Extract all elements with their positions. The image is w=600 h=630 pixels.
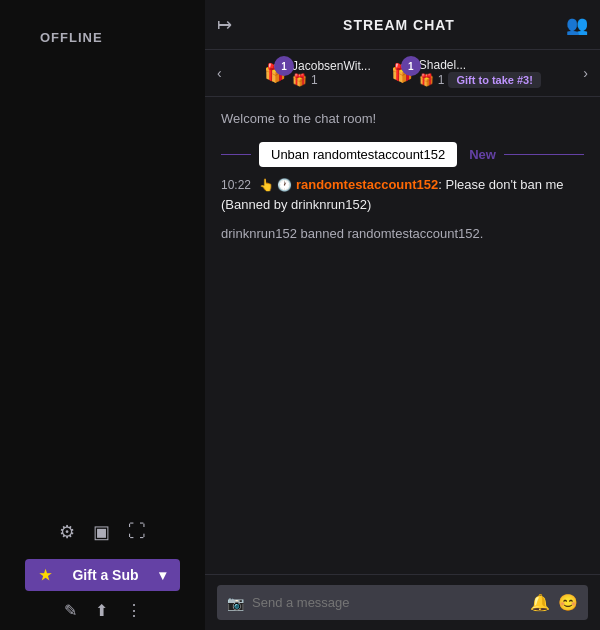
unban-row: Unban randomtestaccount152 New	[221, 142, 584, 167]
expand-icon[interactable]: ⛶	[128, 521, 146, 543]
chat-username: randomtestaccount152	[296, 177, 438, 192]
upload-icon[interactable]: ⬆	[95, 601, 108, 620]
gift-icon-small-1: 🎁	[292, 73, 307, 87]
gift-count-1: 1	[311, 73, 318, 87]
chat-message: 10:22 👆 🕐 randomtestaccount152: Please d…	[221, 175, 584, 214]
gift-count-2: 1	[438, 73, 445, 87]
gift-icon-small-2: 🎁	[419, 73, 434, 87]
gift-item-1: 🎁 1 JacobsenWit... 🎁 1	[264, 58, 371, 88]
unban-divider-left	[221, 154, 251, 155]
gift-banner: ‹ 🎁 1 JacobsenWit... 🎁 1 �	[205, 50, 600, 97]
gift-user1-name: JacobsenWit...	[292, 59, 371, 73]
offline-label: OFFLINE	[40, 30, 103, 45]
gift-to-take-label[interactable]: Gift to take #3!	[448, 72, 540, 88]
gift-sub-chevron-icon: ▾	[159, 567, 166, 583]
chat-input-area: 📷 🔔 😊	[205, 574, 600, 630]
cursor-icon: 👆	[259, 178, 274, 192]
gift-sub-star-icon: ★	[39, 567, 52, 583]
gift-item-2: 🎁 1 Shadel... 🎁 1 Gift to take #3!	[391, 58, 541, 88]
unban-button[interactable]: Unban randomtestaccount152	[259, 142, 457, 167]
camera-icon: 📷	[227, 595, 244, 611]
gift-badge-1: 1	[274, 56, 294, 76]
gift-sub-label: Gift a Sub	[72, 567, 138, 583]
gift-user2-name: Shadel...	[419, 58, 499, 72]
gift-sub-button[interactable]: ★ Gift a Sub ▾	[25, 559, 180, 591]
settings-icon[interactable]: ⚙	[59, 521, 75, 543]
clock-icon: 🕐	[277, 178, 292, 192]
emoji-icon[interactable]: 😊	[558, 593, 578, 612]
chat-messages: Welcome to the chat room! Unban randomte…	[205, 97, 600, 574]
ban-notice: drinknrun152 banned randomtestaccount152…	[221, 226, 584, 241]
more-icon[interactable]: ⋮	[126, 601, 142, 620]
banner-chevron-left[interactable]: ‹	[213, 65, 226, 81]
stream-chat-title: STREAM CHAT	[343, 17, 455, 33]
unban-divider-right	[504, 154, 584, 155]
gift-badge-2: 1	[401, 56, 421, 76]
new-badge: New	[469, 147, 496, 162]
alert-icon[interactable]: 🔔	[530, 593, 550, 612]
pencil-icon[interactable]: ✎	[64, 601, 77, 620]
welcome-message: Welcome to the chat room!	[221, 111, 584, 126]
chat-header: ↦ STREAM CHAT 👥	[205, 0, 600, 50]
chat-input-box: 📷 🔔 😊	[217, 585, 588, 620]
users-icon[interactable]: 👥	[566, 14, 588, 36]
chat-back-icon[interactable]: ↦	[217, 14, 232, 36]
message-input[interactable]	[252, 595, 522, 610]
banner-chevron-right[interactable]: ›	[579, 65, 592, 81]
layout-icon[interactable]: ▣	[93, 521, 110, 543]
message-timestamp: 10:22	[221, 178, 251, 192]
